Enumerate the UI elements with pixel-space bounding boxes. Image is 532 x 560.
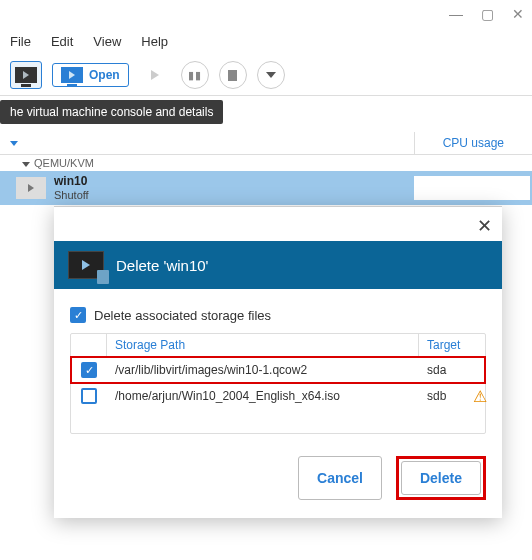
toolbar-menu-button[interactable]	[257, 61, 285, 89]
menu-edit[interactable]: Edit	[51, 34, 73, 49]
new-vm-button[interactable]	[10, 61, 42, 89]
vm-text: win10 Shutoff	[54, 174, 89, 202]
shutdown-button[interactable]	[219, 61, 247, 89]
storage-table: Storage Path Target ✓/var/lib/libvirt/im…	[70, 333, 486, 434]
menu-help[interactable]: Help	[141, 34, 168, 49]
minimize-button[interactable]: —	[449, 6, 463, 22]
connection-row[interactable]: QEMU/KVM	[0, 155, 532, 171]
warning-icon: ⚠	[473, 387, 487, 406]
delete-vm-icon	[68, 251, 104, 279]
storage-path: /home/arjun/Win10_2004_English_x64.iso	[107, 387, 419, 405]
window-controls: — ▢ ✕	[0, 0, 532, 28]
delete-storage-checkbox-row[interactable]: ✓ Delete associated storage files	[70, 307, 486, 323]
delete-button-highlight: Delete	[396, 456, 486, 500]
menu-file[interactable]: File	[10, 34, 31, 49]
dialog-footer: Cancel Delete	[54, 442, 502, 518]
checkbox-empty-icon[interactable]	[81, 388, 97, 404]
monitor-icon	[61, 67, 83, 83]
pause-button[interactable]: ▮▮	[181, 61, 209, 89]
vm-row-win10[interactable]: win10 Shutoff	[0, 171, 532, 205]
menu-bar: File Edit View Help	[0, 28, 532, 55]
col-storage-path[interactable]: Storage Path	[107, 334, 419, 356]
table-row[interactable]: /home/arjun/Win10_2004_English_x64.isosd…	[71, 383, 485, 409]
menu-view[interactable]: View	[93, 34, 121, 49]
open-label: Open	[89, 68, 120, 82]
dialog-header: Delete 'win10'	[54, 241, 502, 289]
cpu-usage-graph	[414, 176, 530, 200]
toolbar: Open ▮▮	[0, 55, 532, 96]
column-cpu-usage[interactable]: CPU usage	[414, 132, 532, 154]
chevron-down-icon	[10, 141, 18, 146]
storage-path: /var/lib/libvirt/images/win10-1.qcow2	[107, 361, 419, 379]
delete-dialog: ✕ Delete 'win10' ✓ Delete associated sto…	[54, 206, 502, 518]
tooltip: he virtual machine console and details	[0, 100, 223, 124]
vm-icon	[16, 177, 46, 199]
dialog-close-button[interactable]: ✕	[477, 215, 492, 237]
table-row[interactable]: ✓/var/lib/libvirt/images/win10-1.qcow2sd…	[71, 357, 485, 383]
window-close-button[interactable]: ✕	[512, 6, 524, 22]
connection-label: QEMU/KVM	[34, 157, 94, 169]
delete-storage-label: Delete associated storage files	[94, 308, 271, 323]
column-name[interactable]	[0, 132, 28, 154]
vm-state: Shutoff	[54, 189, 89, 202]
checkbox-checked-icon: ✓	[70, 307, 86, 323]
vm-name: win10	[54, 174, 89, 188]
delete-button[interactable]: Delete	[401, 461, 481, 495]
chevron-down-icon	[266, 72, 276, 78]
col-target[interactable]: Target	[419, 334, 485, 356]
run-button[interactable]	[139, 61, 171, 89]
maximize-button[interactable]: ▢	[481, 6, 494, 22]
dialog-title: Delete 'win10'	[116, 257, 208, 274]
storage-target: sda	[419, 361, 485, 379]
monitor-icon	[15, 67, 37, 83]
list-header: CPU usage	[0, 132, 532, 155]
play-icon	[151, 70, 159, 80]
stop-icon	[228, 70, 237, 81]
checkbox-checked-icon[interactable]: ✓	[81, 362, 97, 378]
open-vm-button[interactable]: Open	[52, 63, 129, 87]
table-header: Storage Path Target	[71, 334, 485, 357]
pause-icon: ▮▮	[188, 69, 202, 82]
cancel-button[interactable]: Cancel	[298, 456, 382, 500]
chevron-down-icon	[22, 162, 30, 167]
